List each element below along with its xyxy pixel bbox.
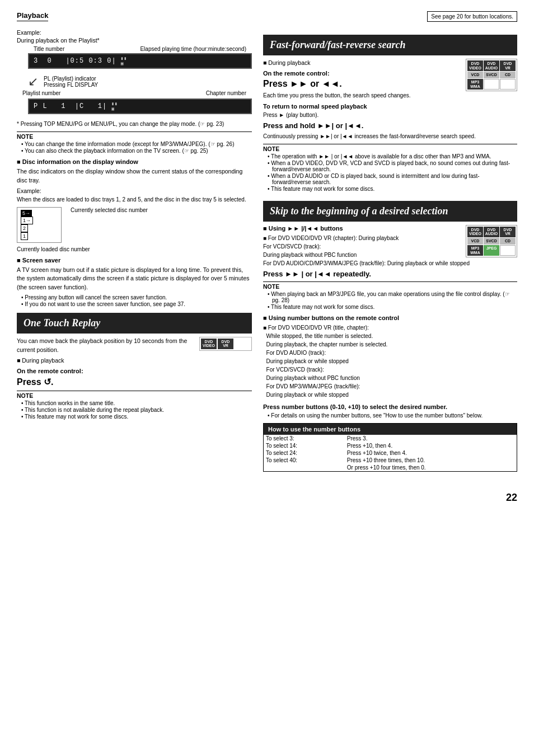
disc-info-header: ■ Disc information on the display window: [17, 158, 252, 165]
number-note-1: For details on using the number buttons,…: [268, 412, 517, 419]
ff-badge-7: MP3WMA: [467, 79, 483, 90]
page-wrapper: Playback See page 20 for button location…: [17, 11, 517, 504]
skip-badge-1: DVDVIDEO: [467, 227, 483, 237]
skip-note-title: NOTE: [263, 281, 517, 290]
skip-badge-5: SVCD: [484, 238, 499, 245]
skip-note-2: This feature may not work for some discs…: [268, 304, 517, 310]
ff-note: NOTE The operation with ►► | or |◄◄ abov…: [263, 144, 517, 192]
ff-body-area: DVDVIDEO DVDAUDIO DVDVR VCD SVCD CD MP3W…: [263, 59, 517, 100]
otr-badge-dvd-vr: DVDVR: [218, 339, 233, 349]
note-title-1: NOTE: [17, 132, 252, 140]
ff-return-label: To return to normal speed playback: [263, 103, 517, 110]
otr-during: ■ During playback: [17, 356, 252, 365]
disc-info-section: ■ Disc information on the display window…: [17, 158, 252, 252]
disc-2: 2: [21, 224, 28, 232]
skip-badge-9: [500, 245, 516, 256]
note-item-1: You can change the time information mode…: [21, 141, 252, 147]
pl-indicator-text: PL (Playlist) indicator Pressing FL DISP…: [44, 76, 98, 88]
display-box-bottom: P L 1 |C 1| ▮▮▣: [28, 98, 252, 114]
one-touch-replay-section: One Touch Replay DVDVIDEO DVDVR You can …: [17, 313, 252, 420]
ff-badge-4: VCD: [467, 72, 483, 78]
ff-badge-9: [500, 79, 516, 90]
disc-slot-5: 5→: [21, 210, 58, 217]
main-layout: Example: During playback on the Playlist…: [17, 29, 517, 481]
display-diagram-top: Title number Elapsed playing time (hour:…: [28, 46, 252, 69]
screen-saver-notes: Pressing any button will cancel the scre…: [17, 294, 252, 307]
disc-slot-2: 2: [21, 224, 58, 232]
skip-note-1: When playing back an MP3/JPEG file, you …: [268, 291, 517, 303]
disc-example-desc: When the discs are loaded to disc trays …: [17, 195, 252, 204]
number-note: For details on using the number buttons,…: [263, 412, 517, 419]
ff-badge-5: SVCD: [484, 72, 499, 78]
note-item-2: You can also check the playback informat…: [21, 148, 252, 154]
ff-note-1: The operation with ►► | or |◄◄ above is …: [268, 153, 517, 159]
row-label-3: To select 24:: [264, 449, 345, 457]
disc-1b: 1: [21, 232, 28, 240]
row-value-3: Press +10 twice, then 4.: [345, 449, 517, 457]
screen-saver-note-2: If you do not want to use the screen sav…: [21, 301, 252, 307]
nb-for-1: ■ For DVD VIDEO/DVD VR (title, chapter):…: [263, 323, 517, 399]
otr-badges: DVDVIDEO DVDVR: [199, 337, 252, 351]
ff-body2: Continuously pressing ►►| or |◄◄ increas…: [263, 132, 517, 140]
loaded-disc-label: Currently loaded disc number: [17, 246, 252, 252]
screen-saver-note-1: Pressing any button will cancel the scre…: [21, 294, 252, 300]
playback-note: NOTE You can change the time information…: [17, 132, 252, 154]
pl-indicator-row: ↙ PL (Playlist) indicator Pressing FL DI…: [28, 74, 252, 89]
otr-note-content: This function works in the same title. T…: [17, 400, 252, 420]
ff-badge-2: DVDAUDIO: [484, 60, 499, 71]
section-title: Playback: [17, 11, 48, 21]
playback-example: Example: During playback on the Playlist…: [17, 29, 252, 154]
otr-note-item-2: This function is not available during th…: [21, 407, 252, 413]
row-label-5: [264, 464, 345, 471]
number-table-body: To select 3: Press 3. To select 14: Pres…: [264, 435, 517, 471]
skip-section: Skip to the beginning of a desired selec…: [263, 201, 517, 472]
otr-note-item-1: This function works in the same title.: [21, 400, 252, 406]
pl-label: PL (Playlist) indicator: [44, 76, 98, 82]
otr-note-item-3: This feature may not work for some discs…: [21, 414, 252, 420]
display-box-top: 3 0 |0:5 0:3 0| ▮▮▣: [28, 53, 252, 69]
bottom-labels: Playlist number Chapter number: [17, 90, 252, 96]
screen-saver-body: A TV screen may burn out if a static pic…: [17, 266, 252, 292]
see-page-note: See page 20 for button locations.: [427, 11, 517, 22]
disc-display-area: 5→ 1→ 2 1 Currently selected disc: [17, 207, 252, 243]
fast-forward-title: Fast-forward/fast-reverse search: [263, 35, 517, 55]
row-value-5: Or press +10 four times, then 0.: [345, 464, 517, 471]
otr-badge-dvd-video: DVDVIDEO: [201, 339, 217, 349]
ff-badge-3: DVDVR: [500, 60, 516, 71]
disc-indicator-panel: 5→ 1→ 2 1: [17, 207, 62, 243]
display-content-top: 3 0 |0:5 0:3 0|: [34, 57, 116, 65]
screen-saver-header: ■ Screen saver: [17, 257, 252, 264]
ff-badge-8: [484, 79, 499, 90]
skip-note: NOTE When playing back an MP3/JPEG file,…: [263, 281, 517, 310]
skip-badge-6: CD: [500, 238, 516, 245]
ff-return-body: Press ► (play button).: [263, 111, 517, 119]
playlist-number-label: Playlist number: [22, 90, 60, 96]
row-value-1: Press 3.: [345, 435, 517, 442]
display-icons-top: ▮▮▣: [121, 56, 128, 66]
display-diagram-bottom: P L 1 |C 1| ▮▮▣: [28, 98, 252, 114]
otr-body-area: DVDVIDEO DVDVR You can move back the pla…: [17, 337, 252, 357]
skip-title: Skip to the beginning of a desired selec…: [263, 201, 517, 222]
ff-badge-6: CD: [500, 72, 516, 78]
ff-body1: Each time you press the button, the sear…: [263, 91, 517, 100]
skip-badge-7: MP3WMA: [467, 245, 483, 256]
otr-note-title: NOTE: [17, 391, 252, 399]
chapter-number-label: Chapter number: [206, 90, 246, 96]
ff-press-hold: Press and hold ►►| or |◄◄.: [263, 121, 517, 130]
disc-info-body: The disc indicators on the display windo…: [17, 167, 252, 185]
row-label-4: To select 40:: [264, 457, 345, 464]
screen-saver-section: ■ Screen saver A TV screen may burn out …: [17, 257, 252, 307]
skip-for-4: For DVD AUDIO/CD/MP3/WMA/JPEG (track/fil…: [263, 259, 517, 267]
disc-labels: Currently selected disc number: [71, 207, 148, 217]
number-buttons-header: ■ Using number buttons on the remote con…: [263, 314, 517, 321]
example-desc: During playback on the Playlist*: [17, 37, 252, 44]
ff-note-2: When a DVD VIDEO, DVD VR, VCD and SVCD i…: [268, 160, 517, 172]
disc-slot-1: 1→: [21, 217, 58, 224]
row-label-1: To select 3:: [264, 435, 345, 442]
title-number-label: Title number: [34, 46, 64, 52]
skip-badge-8: JPEG: [484, 245, 499, 256]
table-row: To select 14: Press +10, then 4.: [264, 442, 517, 449]
display-content-bottom: P L 1 |C 1|: [34, 102, 107, 110]
fast-forward-section: Fast-forward/fast-reverse search DVDVIDE…: [263, 35, 517, 192]
disc-example-label: Example:: [17, 187, 252, 194]
